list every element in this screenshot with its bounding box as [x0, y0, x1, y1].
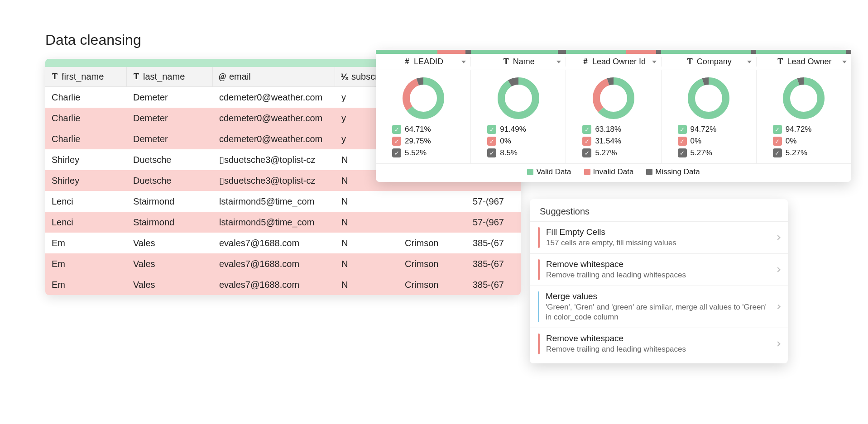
pct-row: ✓31.54% — [571, 137, 621, 146]
table-cell: Crimson — [398, 274, 466, 295]
suggestion-desc: Remove trailing and leading whitespaces — [546, 270, 686, 280]
column-header[interactable]: Tlast_name — [127, 67, 213, 86]
table-row[interactable]: LenciStairmondlstairmond5@time_comN57-(9… — [45, 212, 521, 233]
pct-row: ✓29.75% — [380, 137, 431, 146]
check-icon: ✓ — [678, 137, 687, 146]
page-title: Data cleansing — [45, 32, 141, 48]
pct-value: 31.54% — [595, 137, 621, 146]
pct-value: 29.75% — [405, 137, 431, 146]
chevron-right-icon — [775, 342, 780, 347]
text-icon: T — [776, 57, 784, 67]
type-icon: T — [132, 72, 140, 81]
pct-value: 0% — [786, 137, 797, 146]
stats-column-label: Lead Owner Id — [592, 57, 646, 67]
donut-chart-icon — [592, 76, 635, 120]
table-cell: Em — [45, 253, 127, 274]
top-strip-segment — [471, 50, 566, 54]
pct-value: 63.18% — [595, 125, 621, 134]
table-cell: Demeter — [127, 87, 213, 108]
table-row[interactable]: EmValesevales7@1688.comNCrimson385-(67 — [45, 233, 521, 253]
table-cell — [398, 191, 466, 212]
table-cell: evales7@1688.com — [213, 233, 335, 253]
check-icon: ✓ — [582, 125, 591, 134]
table-cell: Crimson — [398, 233, 466, 253]
suggestion-desc: 157 cells are empty, fill missing values — [546, 238, 676, 248]
column-header[interactable]: Tfirst_name — [45, 67, 127, 86]
text-icon: T — [502, 57, 510, 67]
hash-icon: # — [403, 57, 411, 67]
check-icon: ✓ — [392, 148, 401, 157]
suggestion-desc: Remove trailing and leading whitespaces — [546, 344, 686, 354]
chevron-down-icon[interactable] — [652, 61, 657, 63]
check-icon: ✓ — [678, 148, 687, 157]
suggestion-accent-bar — [538, 333, 540, 354]
stats-column-header[interactable]: TCompany — [662, 57, 757, 67]
table-cell: Demeter — [127, 108, 213, 129]
table-cell: Crimson — [398, 253, 466, 274]
donut-chart-icon — [402, 76, 445, 120]
suggestion-desc: 'Green', 'Gren' and 'green' are similar,… — [546, 302, 770, 322]
table-cell: Lenci — [45, 191, 127, 212]
suggestion-item[interactable]: Fill Empty Cells 157 cells are empty, fi… — [530, 221, 788, 253]
pct-row: ✓8.5% — [475, 148, 518, 157]
legend-invalid: Invalid Data — [584, 167, 634, 176]
suggestion-text: Remove whitespace Remove trailing and le… — [546, 333, 686, 354]
column-header[interactable]: @email — [213, 67, 335, 86]
table-cell: lstairmond5@time_com — [213, 212, 335, 233]
table-cell: N — [335, 191, 398, 212]
pct-row: ✓63.18% — [571, 125, 621, 134]
chevron-down-icon[interactable] — [747, 61, 752, 63]
svg-point-9 — [691, 81, 726, 115]
table-row[interactable]: EmValesevales7@1688.comNCrimson385-(67 — [45, 253, 521, 274]
stats-column-header[interactable]: TName — [471, 57, 566, 67]
table-cell: ▯sduetsche3@toplist-cz — [213, 149, 335, 170]
text-icon: T — [686, 57, 694, 67]
table-cell: Em — [45, 274, 127, 295]
top-strip-segment — [566, 50, 661, 54]
table-cell — [398, 212, 466, 233]
pct-row: ✓0% — [475, 137, 511, 146]
pct-value: 94.72% — [691, 125, 717, 134]
table-row[interactable]: LenciStairmondlstairmond5@time_comN57-(9… — [45, 191, 521, 212]
check-icon: ✓ — [392, 137, 401, 146]
table-row[interactable]: EmValesevales7@1688.comNCrimson385-(67 — [45, 274, 521, 295]
chevron-down-icon[interactable] — [461, 61, 466, 63]
stats-column-label: Company — [697, 57, 732, 67]
stats-column-header[interactable]: TLead Owner — [757, 57, 851, 67]
column-label: email — [229, 71, 251, 82]
stats-body: ✓64.71%✓29.75%✓5.52%✓91.49%✓0%✓8.5%✓63.1… — [376, 70, 851, 163]
suggestion-title: Merge values — [546, 291, 770, 301]
top-strip-segment — [661, 50, 756, 54]
table-cell: 385-(67 — [466, 274, 521, 295]
table-cell: Stairmond — [127, 191, 213, 212]
suggestion-item[interactable]: Remove whitespace Remove trailing and le… — [530, 328, 788, 360]
type-icon: T — [51, 72, 59, 81]
pct-row: ✓5.52% — [380, 148, 427, 157]
suggestion-item[interactable]: Remove whitespace Remove trailing and le… — [530, 253, 788, 286]
pct-row: ✓5.27% — [761, 148, 807, 157]
stats-column-header[interactable]: #Lead Owner Id — [566, 57, 661, 67]
suggestion-accent-bar — [538, 259, 540, 280]
table-cell: N — [335, 274, 398, 295]
check-icon: ✓ — [487, 125, 496, 134]
table-cell: evales7@1688.com — [213, 274, 335, 295]
table-cell: cdemeter0@weather.com — [213, 108, 335, 129]
check-icon: ✓ — [487, 137, 496, 146]
stats-cell: ✓63.18%✓31.54%✓5.27% — [566, 70, 661, 163]
table-cell: Demeter — [127, 129, 213, 149]
stats-column-header[interactable]: #LEADID — [376, 57, 471, 67]
check-icon: ✓ — [773, 125, 782, 134]
legend-valid: Valid Data — [527, 167, 571, 176]
pct-value: 64.71% — [405, 125, 431, 134]
chevron-down-icon[interactable] — [842, 61, 847, 63]
table-cell: Charlie — [45, 129, 127, 149]
suggestion-item[interactable]: Merge values 'Green', 'Gren' and 'green'… — [530, 286, 788, 328]
chevron-down-icon[interactable] — [556, 61, 561, 63]
stats-column-label: Name — [513, 57, 535, 67]
suggestion-title: Remove whitespace — [546, 259, 686, 269]
pct-value: 91.49% — [500, 125, 526, 134]
column-label: last_name — [143, 71, 185, 82]
suggestion-text: Remove whitespace Remove trailing and le… — [546, 259, 686, 280]
donut-chart-icon — [782, 76, 825, 120]
top-strip-segment — [756, 50, 851, 54]
